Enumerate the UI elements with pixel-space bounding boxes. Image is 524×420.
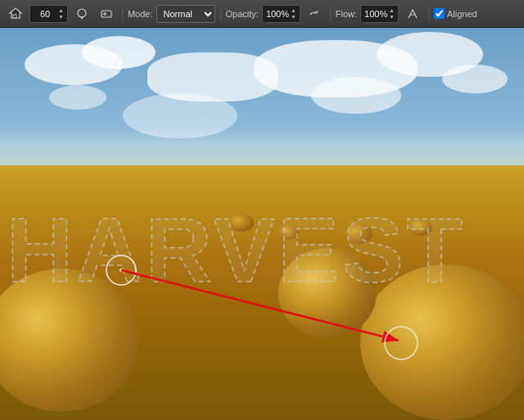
opacity-label: Opacity:: [226, 9, 259, 19]
divider-2: [220, 6, 221, 22]
toggle-button[interactable]: [96, 3, 117, 25]
canvas-area[interactable]: .harvest-text { font-family: Impact, Ari…: [0, 28, 524, 420]
brush-size-up[interactable]: ▲: [58, 7, 64, 13]
svg-point-1: [78, 9, 86, 17]
svg-point-4: [314, 11, 317, 13]
hay-bale-bg-3: [344, 224, 373, 244]
flow-field[interactable]: 100% ▲ ▼: [360, 5, 399, 23]
flow-input[interactable]: 100%: [364, 9, 387, 19]
flow-down[interactable]: ▼: [389, 14, 395, 20]
svg-rect-0: [13, 15, 16, 18]
hay-bale-bg-4: [409, 219, 432, 236]
aligned-label[interactable]: Aligned: [447, 9, 477, 19]
opacity-input[interactable]: 100%: [266, 9, 289, 19]
hay-bale-right: [360, 264, 524, 420]
hay-bale-bg-1: [229, 214, 254, 232]
brush-preset-button[interactable]: [71, 3, 93, 25]
brush-size-field[interactable]: 60 ▲ ▼: [29, 5, 68, 23]
mode-label: Mode:: [128, 9, 153, 19]
svg-point-3: [103, 12, 106, 16]
hay-bale-bg-2: [278, 225, 299, 240]
toolbar: 60 ▲ ▼ Mode: Normal Dissolve Darken Mult…: [0, 0, 524, 28]
flow-label: Flow:: [336, 9, 357, 19]
divider-1: [122, 6, 123, 22]
opacity-up[interactable]: ▲: [291, 7, 296, 13]
aligned-checkbox-group[interactable]: Aligned: [434, 8, 477, 19]
clone-stamp-tool-button[interactable]: [5, 3, 26, 25]
brush-size-down[interactable]: ▼: [58, 14, 64, 20]
airbrush-button[interactable]: [304, 3, 325, 25]
brush-size-arrows[interactable]: ▲ ▼: [58, 7, 64, 20]
clouds-layer: [0, 28, 524, 185]
opacity-down[interactable]: ▼: [291, 14, 296, 20]
flow-arrows[interactable]: ▲ ▼: [389, 7, 395, 20]
flow-up[interactable]: ▲: [389, 7, 395, 13]
divider-4: [428, 6, 429, 22]
mode-select[interactable]: Normal Dissolve Darken Multiply: [156, 5, 215, 23]
opacity-field[interactable]: 100% ▲ ▼: [262, 5, 300, 23]
tablet-pressure-button[interactable]: [402, 3, 423, 25]
aligned-checkbox[interactable]: [434, 8, 445, 19]
brush-size-input[interactable]: 60: [34, 9, 56, 19]
divider-3: [330, 6, 331, 22]
opacity-arrows[interactable]: ▲ ▼: [291, 7, 296, 20]
hay-bale-center-right: [278, 248, 377, 338]
